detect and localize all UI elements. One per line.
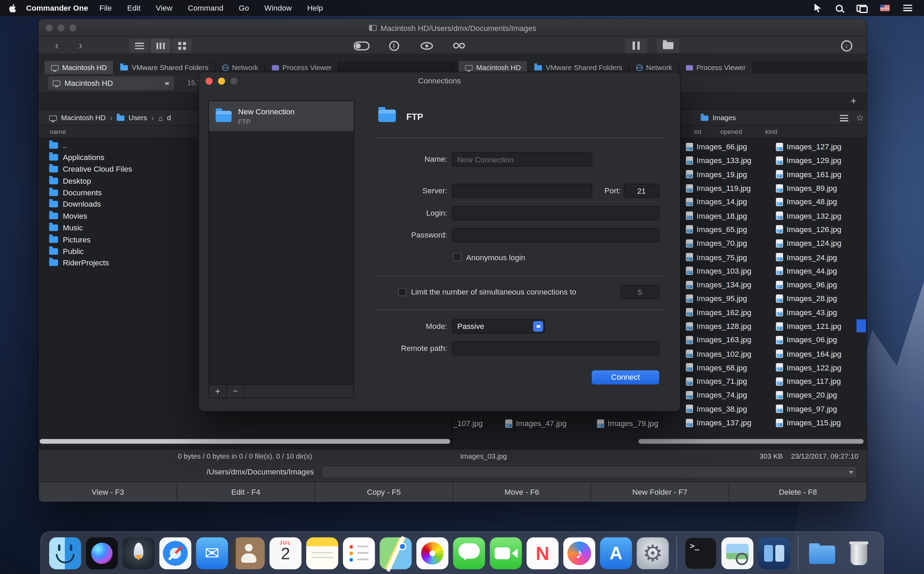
file-row[interactable]: Images_19.jpg (686, 167, 776, 181)
function-button[interactable]: View - F3 (38, 483, 176, 502)
dock-item-terminal[interactable]: >_ (685, 537, 717, 569)
file-row[interactable]: Images_47.jpg (505, 416, 566, 430)
dock-item-contacts[interactable] (233, 537, 264, 569)
file-row[interactable]: Images_161.jpg (776, 167, 866, 181)
dock-item-finder[interactable] (49, 537, 81, 569)
file-row[interactable]: Applications (46, 151, 224, 163)
dock-item-trash[interactable] (843, 537, 875, 569)
file-row[interactable]: _107.jpg (453, 416, 483, 430)
port-field[interactable] (624, 184, 660, 198)
dock-item-calendar[interactable]: JUL 2 (269, 537, 301, 569)
file-row[interactable]: Images_163.jpg (686, 333, 776, 347)
dock-item-photos[interactable] (416, 537, 448, 569)
menu-item[interactable]: View (148, 0, 180, 16)
file-row[interactable]: Images_132.jpg (776, 209, 866, 222)
mode-select[interactable]: Passive (452, 319, 545, 333)
file-row[interactable]: Images_89.jpg (776, 181, 866, 195)
remote-path-field[interactable] (452, 341, 660, 355)
file-row[interactable]: Images_102.jpg (686, 347, 776, 361)
chevron-down-icon[interactable] (849, 471, 854, 476)
view-menu-icon[interactable] (840, 115, 848, 121)
left-tab-macintosh-hd[interactable]: Macintosh HD (44, 61, 114, 74)
limit-connections-field[interactable] (620, 285, 659, 299)
file-row[interactable]: Images_103.jpg (686, 264, 776, 278)
dock-item-app-store[interactable]: A (600, 537, 632, 569)
file-row[interactable]: Images_96.jpg (776, 278, 866, 292)
server-field[interactable] (452, 184, 592, 198)
file-row[interactable]: Images_137.jpg (686, 416, 776, 429)
search-icon[interactable] (836, 5, 843, 12)
breadcrumb-macintosh-hd[interactable]: Macintosh HD (61, 114, 106, 122)
menu-item[interactable]: Help (300, 0, 331, 16)
file-row[interactable]: Images_127.jpg (776, 140, 866, 153)
dock-item-commander-one[interactable] (758, 537, 790, 569)
dock-item-maps[interactable] (379, 537, 412, 569)
right-horizontal-scrollbar[interactable] (638, 439, 864, 444)
menu-item[interactable]: File (92, 0, 120, 16)
title-bar[interactable]: Macintosh HD/Users/dmx/Documents/Images (38, 19, 866, 37)
breadcrumb-home[interactable]: d (167, 114, 171, 122)
file-row[interactable]: Images_95.jpg (686, 292, 776, 305)
file-row[interactable]: Images_115.jpg (776, 416, 866, 429)
limit-connections-checkbox[interactable] (398, 288, 406, 296)
file-row[interactable]: Images_126.jpg (776, 222, 866, 236)
menu-item[interactable]: Command (180, 0, 231, 16)
anonymous-login-checkbox[interactable] (453, 253, 461, 261)
input-source-flag-icon[interactable] (880, 5, 890, 11)
menu-item[interactable]: Window (257, 0, 300, 16)
file-row[interactable]: Images_133.jpg (686, 153, 776, 167)
add-tab-button[interactable] (847, 95, 859, 107)
info-button[interactable] (383, 38, 405, 52)
file-row[interactable]: Images_70.jpg (686, 237, 776, 250)
function-button[interactable]: New Folder - F7 (590, 483, 728, 502)
file-row[interactable]: Images_79.jpg (597, 416, 658, 430)
file-row[interactable]: Images_28.jpg (776, 292, 866, 305)
connection-list-item[interactable]: New Connection FTP (209, 101, 354, 131)
password-field[interactable] (452, 228, 660, 242)
file-row[interactable]: Images_48.jpg (776, 195, 866, 209)
file-row[interactable]: Images_119.jpg (686, 181, 776, 195)
column-header-kind[interactable]: kind (765, 128, 778, 135)
brief-view-button[interactable] (150, 38, 171, 52)
file-row[interactable]: Images_14.jpg (686, 195, 776, 209)
function-button[interactable]: Delete - F8 (729, 483, 867, 502)
folder-tools-button[interactable] (657, 38, 680, 52)
file-row[interactable]: Images_71.jpg (686, 375, 776, 388)
apple-menu-icon[interactable] (8, 3, 17, 13)
file-row[interactable]: Downloads (46, 199, 224, 210)
remove-connection-button[interactable]: − (227, 385, 245, 397)
file-row[interactable]: Images_121.jpg (776, 319, 866, 333)
dock-item-messages[interactable] (453, 537, 485, 569)
dock-item-news[interactable] (527, 537, 559, 569)
drive-selector[interactable]: Macintosh HD (47, 76, 175, 91)
file-row[interactable]: Public (46, 246, 224, 257)
menu-item[interactable]: Edit (120, 0, 148, 16)
dock-item-itunes[interactable] (563, 537, 595, 569)
displays-icon[interactable] (856, 5, 866, 12)
file-row[interactable]: .. (46, 140, 224, 151)
thumbs-view-button[interactable] (172, 38, 192, 52)
file-row[interactable]: Images_65.jpg (686, 222, 776, 236)
active-app-name[interactable]: Commander One (26, 3, 88, 13)
forward-button[interactable]: › (73, 38, 88, 52)
function-button[interactable]: Edit - F4 (176, 483, 315, 502)
file-row[interactable]: Documents (46, 187, 224, 199)
full-view-button[interactable] (129, 38, 149, 52)
dock-item-facetime[interactable] (490, 537, 522, 569)
favorites-star-icon[interactable]: ☆ (856, 113, 864, 123)
connect-button[interactable]: Connect (592, 371, 660, 385)
file-row[interactable]: Images_122.jpg (776, 361, 866, 374)
breadcrumb-users[interactable]: Users (129, 114, 147, 122)
add-connection-button[interactable]: + (209, 385, 227, 397)
dock-item-downloads-folder[interactable] (806, 537, 838, 569)
notification-list-icon[interactable] (904, 5, 912, 11)
file-row[interactable]: Images_97.jpg (776, 402, 866, 416)
file-row[interactable]: Images_117.jpg (776, 375, 866, 388)
login-field[interactable] (452, 206, 660, 221)
file-row[interactable]: Creative Cloud Files (46, 163, 224, 175)
file-row[interactable]: Images_134.jpg (686, 278, 776, 292)
dock-item-siri[interactable] (86, 537, 118, 569)
file-row[interactable]: Images_162.jpg (686, 306, 776, 319)
name-field[interactable] (452, 152, 592, 166)
dock-item-notes[interactable] (306, 537, 338, 569)
